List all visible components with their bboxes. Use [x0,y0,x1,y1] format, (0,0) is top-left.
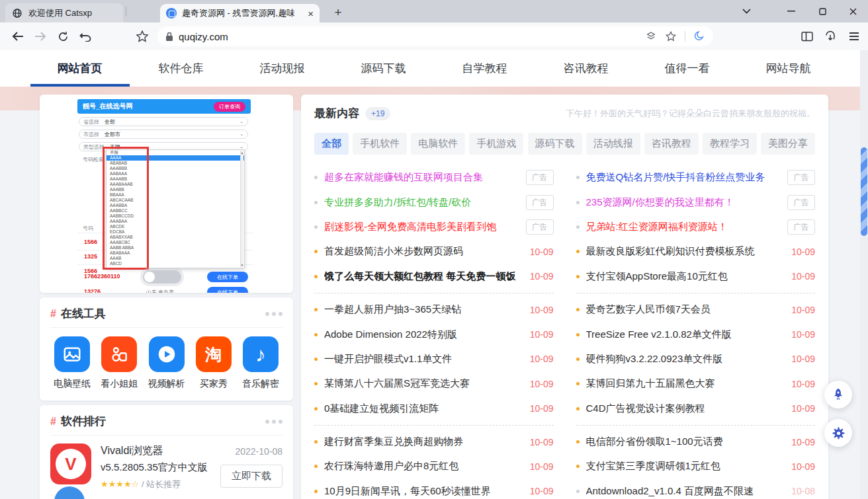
item-title[interactable]: 235资源网/你想要的我这里都有！ [586,196,781,209]
minimize-button[interactable] [776,0,806,22]
home-star-icon[interactable] [132,22,152,50]
tab-search-chevron-icon[interactable] [731,0,761,22]
item-title[interactable]: 硬件狗狗v3.2.22.0923单文件版 [586,353,785,365]
item-title[interactable]: 一键开启护眼模式v1.1单文件 [324,353,523,365]
nav-item-1[interactable]: 网站首页 [58,50,103,87]
filter-tab-4[interactable]: 手机游戏 [469,133,523,155]
settings-gear-button[interactable] [824,419,852,447]
bookmark-star-icon[interactable] [665,30,677,42]
download-icon[interactable] [820,22,840,50]
item-title[interactable]: 超多在家就能赚钱的互联网项目合集 [324,171,519,184]
item-date: 10-09 [791,329,815,340]
dark-mode-moon-icon[interactable] [693,30,705,42]
item-date: 10-09 [791,305,815,315]
filter-tab-1[interactable]: 全部 [314,133,349,155]
undo-navigation-button[interactable] [75,22,95,50]
back-button[interactable] [8,22,28,50]
ad-badge: 广告 [526,170,554,185]
music-glyph: ♪ [255,344,266,365]
filter-tab-3[interactable]: 电脑软件 [411,133,465,155]
filter-tab-6[interactable]: 活动线报 [586,133,640,155]
browser-toolbar: quqizy.com [0,22,868,50]
item-title[interactable]: 0基础建立短视频引流矩阵 [324,403,523,415]
filter-tab-9[interactable]: 美图分享 [761,133,815,155]
bullet-icon [576,225,580,229]
filter-tab-8[interactable]: 教程学习 [703,133,757,155]
filter-tab-2[interactable]: 手机软件 [353,133,407,155]
item-title[interactable]: 支付宝第三季度调研领1元红包 [586,460,785,473]
tool-3[interactable]: 视频解析 [145,336,189,390]
nav-item-5[interactable]: 自学教程 [462,50,507,87]
software-name[interactable]: Vivaldi浏览器 [101,444,211,458]
item-title[interactable]: 电信部分省份领取1~100元话费 [586,436,785,448]
software-rank-title: 软件排行 [61,414,106,429]
toggle-switch [143,270,181,284]
item-title[interactable]: 最新改良版彩虹代刷知识付费模板系统 [586,245,785,258]
item-title[interactable]: 专业拼多多助力/拆红包/转盘/砍价 [324,196,519,209]
item-title[interactable]: 一拳超人新用户抽3~365天绿钻 [324,303,523,316]
maximize-button[interactable] [807,0,838,22]
item-title[interactable]: Adobe Dimension 2022特别版 [324,328,523,341]
more-dots-icon[interactable] [265,312,282,316]
tool-5[interactable]: ♪音乐解密 [239,336,282,390]
tool-1[interactable]: 电脑壁纸 [50,336,94,390]
item-title[interactable]: Antdownload2_v1.0.4 百度网盘不限速 [586,485,785,498]
item-title[interactable]: 饿了么每天领大额红包教程 每天免费一顿饭 [324,270,523,283]
nav-item-8[interactable]: 网站导航 [766,50,811,87]
tool-screenshot-card[interactable]: 靓号_在线选号网 订单查询 省选择全部⌄ 市选择全部市⌄ 类型选择不限⌄ 号码检… [40,95,293,293]
bullet-icon [576,440,580,443]
item-title[interactable]: 首发超级简洁小米步数网页源码 [324,245,523,258]
bullet-icon [576,358,580,361]
online-tools-card: # 在线工具 电脑壁纸看小姐姐视频解析淘买家秀♪音乐解密 [40,297,293,401]
split-view-icon[interactable] [797,22,817,50]
nav-item-2[interactable]: 软件仓库 [159,50,204,87]
item-title[interactable]: TreeSize Free v2.1.0.82单文件版 [586,328,785,341]
tab-quqizy-active[interactable]: 趣奇资源网 - 残雪资源网,趣味奇妙 × [160,4,320,22]
phone-location: 山东 青岛市 [146,289,174,293]
item-title[interactable]: 农行珠海特邀用户必中8元红包 [324,460,523,473]
nav-item-4[interactable]: 源码下载 [361,50,406,87]
tool-2[interactable]: 看小姐姐 [97,336,141,390]
layers-icon[interactable] [645,30,657,42]
item-title[interactable]: 支付宝领AppStore最高10元红包 [586,270,785,283]
menu-hamburger-icon[interactable] [844,22,864,50]
reload-button[interactable] [53,22,73,50]
tool-4[interactable]: 淘买家秀 [192,336,236,390]
tab-welcome[interactable]: 欢迎使用 Catsxp [5,3,123,22]
software-rank-item[interactable]: V Vivaldi浏览器 v5.5.2805.35官方中文版 ★★★★☆ / 站… [50,443,282,490]
item-date: 10-09 [791,354,815,364]
back-to-top-rocket-button[interactable] [824,381,852,408]
nav-item-3[interactable]: 活动现报 [260,50,305,87]
nav-item-6[interactable]: 咨讯教程 [564,50,609,87]
close-window-button[interactable] [838,0,868,22]
order-query-button: 订单查询 [214,102,245,112]
tab-close-icon[interactable]: × [308,9,314,19]
forward-button[interactable] [30,22,50,50]
item-title[interactable]: C4D广告视觉设计案例教程 [586,403,785,415]
item-title[interactable]: 兄弟站:红尘资源网福利资源站！ [586,221,781,233]
more-dots-icon[interactable] [265,420,282,424]
item-title[interactable]: 某博回归第九十五届黑色大赛 [586,377,785,390]
item-title[interactable]: 免费送Q钻名片赞/快手抖音粉丝点赞业务 [586,171,781,184]
item-date: 10-09 [530,247,554,257]
nav-item-7[interactable]: 值得一看 [665,50,710,87]
site-favicon-icon [166,8,177,19]
item-title[interactable]: 10月9日新闻早讯，每天60秒读懂世界 [324,485,523,498]
filter-tab-7[interactable]: 咨讯教程 [644,133,699,155]
software-version: v5.5.2805.35官方中文版 [101,461,211,474]
bullet-icon [314,250,318,253]
filter-tab-5[interactable]: 源码下载 [528,133,582,155]
item-title[interactable]: 爱奇艺数字人民币领7天会员 [586,303,785,316]
item-date: 10-09 [791,437,815,447]
item-title[interactable]: 建行财富季集豆兑换商超购物券 [324,436,523,448]
page-scrollbar[interactable] [860,50,868,499]
item-title[interactable]: 剧迷影视-全网免费高清电影美剧看到饱 [324,221,519,233]
order-now-button: 在线下单 [207,287,248,293]
scrollbar-thumb[interactable] [861,147,867,236]
item-title[interactable]: 某博第八十六届黑S冠军竞选大赛 [324,377,523,390]
new-tab-button[interactable]: + [330,5,346,20]
list-item: 某博回归第九十五届黑色大赛10-09 [576,371,816,396]
url-text[interactable]: quqizy.com [179,31,228,42]
url-bar[interactable]: quqizy.com [157,26,713,46]
download-now-button[interactable]: 立即下载 [220,465,282,488]
